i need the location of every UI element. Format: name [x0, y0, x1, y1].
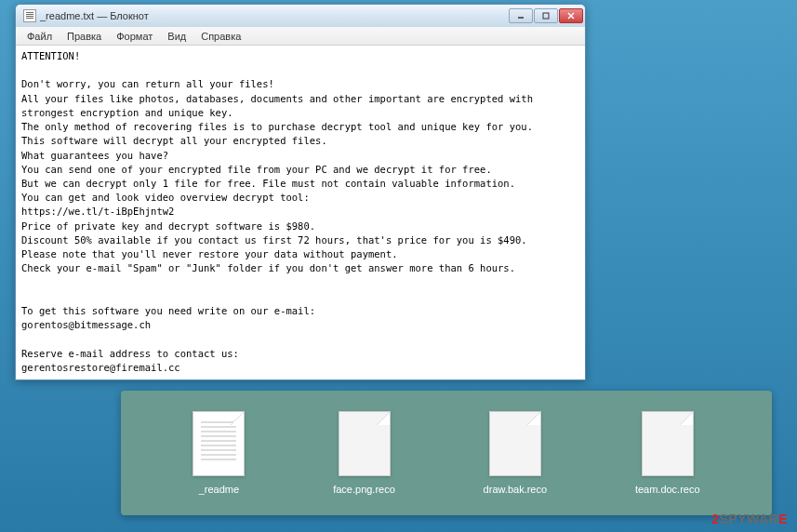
file-label: _readme — [199, 484, 239, 495]
note-heading: ATTENTION! — [21, 50, 80, 61]
menu-edit[interactable]: Правка — [60, 29, 109, 44]
file-icon — [193, 411, 245, 476]
close-button[interactable] — [559, 8, 583, 23]
minimize-button[interactable] — [509, 8, 533, 23]
watermark-suffix: E — [778, 512, 788, 526]
svg-rect-1 — [543, 13, 549, 19]
file-item-team[interactable]: team.doc.reco — [635, 411, 700, 495]
file-label: draw.bak.reco — [484, 484, 547, 495]
maximize-button[interactable] — [534, 8, 558, 23]
file-item-draw[interactable]: draw.bak.reco — [484, 411, 547, 495]
notepad-icon — [23, 9, 36, 22]
window-title: _readme.txt — Блокнот — [40, 10, 509, 21]
file-label: face.png.reco — [333, 484, 395, 495]
titlebar[interactable]: _readme.txt — Блокнот — [16, 5, 585, 27]
menu-help[interactable]: Справка — [193, 29, 248, 44]
notepad-textarea[interactable]: ATTENTION! Don't worry, you can return a… — [16, 46, 585, 379]
file-icon — [642, 411, 694, 476]
file-item-face[interactable]: face.png.reco — [333, 411, 395, 495]
menu-format[interactable]: Формат — [109, 29, 160, 44]
menu-file[interactable]: Файл — [20, 29, 60, 44]
watermark: 2SPYWARE — [711, 512, 788, 526]
file-item-readme[interactable]: _readme — [193, 411, 245, 495]
file-icon — [489, 411, 541, 476]
file-label: team.doc.reco — [635, 484, 700, 495]
files-panel: _readme face.png.reco draw.bak.reco team… — [121, 391, 772, 515]
menubar: Файл Правка Формат Вид Справка — [16, 27, 585, 46]
notepad-window: _readme.txt — Блокнот Файл Правка Формат… — [15, 4, 586, 380]
file-icon — [339, 411, 391, 476]
menu-view[interactable]: Вид — [160, 29, 193, 44]
window-controls — [509, 8, 583, 23]
note-body: Don't worry, you can return all your fil… — [21, 78, 538, 379]
watermark-text: SPYWAR — [719, 512, 778, 526]
